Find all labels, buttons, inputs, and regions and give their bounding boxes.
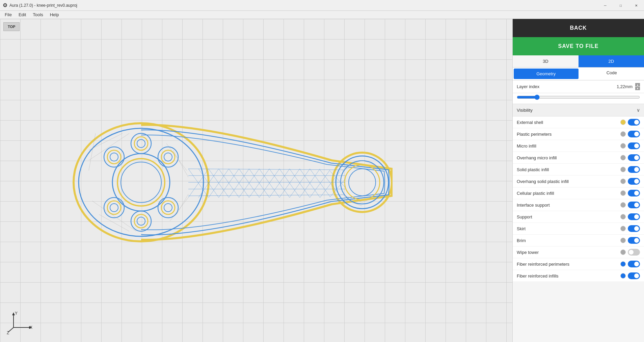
svg-point-15: [164, 153, 172, 161]
toggle-slider: [628, 213, 640, 220]
color-dot: [620, 202, 626, 208]
visibility-section-header[interactable]: Visibility ∨: [513, 104, 644, 116]
layer-down-arrow[interactable]: ▼: [635, 87, 640, 90]
toggle-slider: [628, 190, 640, 196]
toggle-group: [620, 131, 640, 137]
vis-item-label: Interface support: [517, 203, 620, 208]
sub-tabs: Geometry Code: [513, 68, 644, 80]
svg-line-70: [177, 194, 188, 214]
color-dot: [620, 214, 626, 219]
svg-point-12: [137, 139, 145, 148]
camera-label: TOP: [3, 22, 20, 31]
toggle-switch[interactable]: [628, 119, 640, 126]
visibility-list-scroll[interactable]: External shellPlastic perimetersMicro in…: [513, 116, 644, 342]
vis-item-0: External shell: [513, 116, 644, 128]
vis-item-label: Plastic perimeters: [517, 132, 620, 137]
toggle-slider: [628, 154, 640, 161]
toggle-group: [620, 249, 640, 256]
color-dot: [620, 261, 626, 267]
vis-item-label: Solid plastic infill: [517, 167, 620, 172]
toggle-switch[interactable]: [628, 142, 640, 149]
menu-help[interactable]: Help: [47, 11, 62, 18]
svg-point-6: [121, 162, 161, 203]
toggle-group: [620, 213, 640, 220]
svg-point-11: [134, 137, 148, 150]
menu-tools[interactable]: Tools: [29, 11, 46, 18]
vis-item-label: Overhang micro infill: [517, 155, 620, 160]
3d-view-button[interactable]: 3D: [513, 55, 579, 67]
svg-line-46: [320, 171, 340, 198]
toggle-group: [620, 261, 640, 267]
toggle-slider: [628, 178, 640, 185]
toggle-slider: [628, 131, 640, 137]
svg-text:Z: Z: [7, 331, 9, 334]
toggle-group: [620, 178, 640, 185]
save-to-file-button[interactable]: SAVE TO FILE: [513, 37, 644, 55]
svg-point-27: [349, 169, 376, 196]
view-mode-toggle: 3D 2D: [513, 55, 644, 68]
toggle-switch[interactable]: [628, 166, 640, 173]
toggle-slider: [628, 225, 640, 232]
color-dot: [620, 155, 626, 160]
svg-text:Y: Y: [15, 311, 18, 316]
tab-code[interactable]: Code: [580, 68, 644, 80]
model-shape: [69, 116, 393, 245]
toggle-switch[interactable]: [628, 190, 640, 196]
color-dot: [620, 273, 626, 279]
svg-marker-79: [12, 312, 15, 315]
toggle-switch[interactable]: [628, 154, 640, 161]
back-button[interactable]: BACK: [513, 19, 644, 37]
toggle-group: [620, 119, 640, 126]
color-dot: [620, 120, 626, 125]
toggle-switch[interactable]: [628, 178, 640, 185]
tab-geometry[interactable]: Geometry: [514, 69, 579, 79]
toggle-slider: [628, 272, 640, 279]
model-svg: [69, 116, 393, 245]
toggle-switch[interactable]: [628, 249, 640, 256]
color-dot: [620, 143, 626, 149]
vis-item-6: Cellular plastic infill: [513, 187, 644, 199]
menu-file[interactable]: File: [1, 11, 15, 18]
toggle-switch[interactable]: [628, 272, 640, 279]
menu-edit[interactable]: Edit: [15, 11, 29, 18]
close-button[interactable]: ✕: [628, 0, 644, 11]
toggle-switch[interactable]: [628, 131, 640, 137]
toggle-group: [620, 225, 640, 232]
vis-item-13: Fiber reinforced infills: [513, 270, 644, 282]
visibility-list: External shellPlastic perimetersMicro in…: [513, 116, 644, 282]
layer-slider[interactable]: [517, 95, 640, 100]
svg-point-9: [110, 153, 118, 161]
color-dot: [620, 190, 626, 196]
layer-index-value: 1,22mm: [617, 84, 633, 89]
vis-item-3: Overhang micro infill: [513, 152, 644, 164]
minimize-button[interactable]: ─: [597, 0, 613, 11]
toggle-slider: [628, 142, 640, 149]
svg-line-68: [166, 143, 187, 170]
vis-item-label: Fiber reinforced infills: [517, 273, 620, 279]
svg-point-21: [137, 217, 145, 225]
vis-item-7: Interface support: [513, 199, 644, 211]
toggle-switch[interactable]: [628, 237, 640, 244]
svg-line-67: [99, 214, 129, 231]
toggle-switch[interactable]: [628, 261, 640, 267]
maximize-button[interactable]: □: [613, 0, 628, 11]
vis-item-label: Brim: [517, 238, 620, 243]
toggle-switch[interactable]: [628, 213, 640, 220]
toggle-switch[interactable]: [628, 202, 640, 208]
menubar: File Edit Tools Help: [0, 11, 644, 19]
2d-view-button[interactable]: 2D: [579, 55, 644, 67]
toggle-switch[interactable]: [628, 225, 640, 232]
color-dot: [620, 179, 626, 184]
svg-point-5: [117, 159, 165, 206]
vis-item-label: External shell: [517, 120, 620, 125]
svg-point-18: [110, 204, 118, 212]
layer-up-arrow[interactable]: ▲: [635, 83, 640, 86]
toggle-slider: [628, 202, 640, 208]
vis-item-label: Skirt: [517, 226, 620, 231]
vis-item-label: Cellular plastic infill: [517, 191, 620, 196]
3d-viewport[interactable]: TOP: [0, 19, 512, 342]
toggle-group: [620, 237, 640, 244]
color-dot: [620, 131, 626, 137]
titlebar: ⚙ Aura (1.27.0) - knee-print_rev0.auproj…: [0, 0, 644, 11]
outer-shell: [74, 123, 392, 241]
